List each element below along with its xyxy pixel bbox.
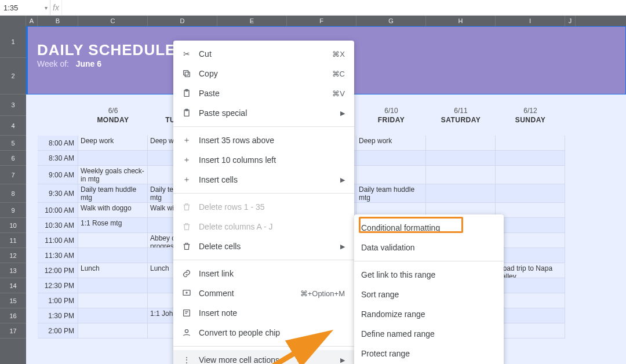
time-cell[interactable]: 1:30 PM <box>38 308 78 323</box>
row-header[interactable]: 17 <box>0 323 26 338</box>
schedule-cell[interactable]: Weekly goals check-in mtg <box>78 166 148 184</box>
submenu-data-validation[interactable]: Data validation <box>354 238 504 257</box>
menu-delete-rows[interactable]: Delete rows 1 - 35 <box>173 197 354 217</box>
schedule-cell[interactable] <box>426 151 496 166</box>
schedule-cell[interactable] <box>496 184 565 203</box>
schedule-cell[interactable] <box>496 203 565 218</box>
schedule-cell[interactable]: Deep work <box>78 136 148 151</box>
submenu-protect-range[interactable]: Protect range <box>354 344 504 363</box>
menu-insert-cells[interactable]: ＋ Insert cells ▶ <box>173 170 354 190</box>
schedule-cell[interactable] <box>496 323 565 338</box>
select-all-corner[interactable] <box>0 16 26 26</box>
time-cell[interactable]: 12:00 PM <box>38 263 78 278</box>
row-header[interactable]: 16 <box>0 308 26 323</box>
time-cell[interactable]: 9:30 AM <box>38 184 78 203</box>
row-header[interactable]: 2 <box>0 58 26 94</box>
row-header[interactable]: 5 <box>0 136 26 151</box>
schedule-cell[interactable] <box>496 233 565 248</box>
submenu-sort-range[interactable]: Sort range <box>354 285 504 304</box>
schedule-cell[interactable] <box>426 136 496 151</box>
row-header[interactable]: 10 <box>0 218 26 233</box>
row-header[interactable]: 4 <box>0 116 26 136</box>
time-cell[interactable]: 2:00 PM <box>38 323 78 338</box>
menu-paste[interactable]: Paste ⌘V <box>173 83 354 103</box>
time-cell[interactable]: 9:00 AM <box>38 166 78 184</box>
time-cell[interactable]: 10:00 AM <box>38 203 78 218</box>
col-header-h[interactable]: H <box>426 16 496 26</box>
name-box[interactable]: 1:35 <box>0 3 42 12</box>
row-header[interactable]: 1 <box>0 26 26 58</box>
time-cell[interactable]: 8:00 AM <box>38 136 78 151</box>
row-header[interactable]: 3 <box>0 94 26 116</box>
col-header-a[interactable]: A <box>26 16 38 26</box>
submenu-conditional-formatting[interactable]: Conditional formatting <box>354 218 504 238</box>
time-cell[interactable]: 12:30 PM <box>38 278 78 293</box>
schedule-cell[interactable] <box>78 323 148 338</box>
col-header-c[interactable]: C <box>78 16 148 26</box>
time-cell[interactable]: 10:30 AM <box>38 218 78 233</box>
row-header[interactable]: 12 <box>0 248 26 263</box>
menu-delete-cols[interactable]: Delete columns A - J <box>173 217 354 236</box>
col-header-j[interactable]: J <box>565 16 576 26</box>
row-header[interactable]: 13 <box>0 263 26 278</box>
schedule-cell[interactable] <box>78 308 148 323</box>
row-header[interactable]: 14 <box>0 278 26 293</box>
schedule-cell[interactable] <box>496 166 565 184</box>
schedule-cell[interactable] <box>426 166 496 184</box>
schedule-cell[interactable]: 1:1 Rose mtg <box>78 218 148 233</box>
submenu-randomize-range[interactable]: Randomize range <box>354 304 504 324</box>
schedule-cell[interactable] <box>426 184 496 203</box>
schedule-cell[interactable]: Daily team huddle mtg <box>356 184 426 203</box>
schedule-cell[interactable]: Daily team huddle mtg <box>78 184 148 203</box>
time-cell[interactable]: 11:30 AM <box>38 248 78 263</box>
menu-insert-cols[interactable]: ＋ Insert 10 columns left <box>173 150 354 170</box>
schedule-cell[interactable] <box>78 151 148 166</box>
name-box-dropdown-icon[interactable]: ▾ <box>42 5 50 11</box>
schedule-cell[interactable] <box>496 308 565 323</box>
menu-cut[interactable]: ✂ Cut ⌘X <box>173 44 354 64</box>
menu-delete-cells[interactable]: Delete cells ▶ <box>173 236 354 256</box>
col-header-e[interactable]: E <box>217 16 287 26</box>
schedule-cell[interactable] <box>356 166 426 184</box>
row-header[interactable]: 11 <box>0 233 26 248</box>
schedule-cell[interactable] <box>78 278 148 293</box>
schedule-cell[interactable] <box>496 218 565 233</box>
col-header-f[interactable]: F <box>287 16 356 26</box>
menu-insert-note[interactable]: Insert note <box>173 303 354 323</box>
col-header-g[interactable]: G <box>356 16 426 26</box>
col-header-d[interactable]: D <box>148 16 217 26</box>
time-cell[interactable]: 11:00 AM <box>38 233 78 248</box>
schedule-cell[interactable] <box>496 136 565 151</box>
schedule-cell[interactable] <box>356 151 426 166</box>
menu-insert-link[interactable]: Insert link <box>173 264 354 283</box>
time-cell[interactable]: 1:00 PM <box>38 293 78 308</box>
schedule-cell[interactable] <box>496 293 565 308</box>
col-header-i[interactable]: I <box>496 16 565 26</box>
menu-paste-special[interactable]: Paste special ▶ <box>173 103 354 123</box>
schedule-cell[interactable] <box>78 233 148 248</box>
row-header[interactable]: 8 <box>0 184 26 203</box>
submenu-get-link[interactable]: Get link to this range <box>354 265 504 285</box>
row-header[interactable]: 9 <box>0 203 26 218</box>
menu-insert-rows[interactable]: ＋ Insert 35 rows above <box>173 130 354 150</box>
schedule-cell[interactable] <box>496 278 565 293</box>
menu-view-more[interactable]: ⋮ View more cell actions ▶ <box>173 350 354 364</box>
schedule-cell[interactable]: Lunch <box>78 263 148 278</box>
schedule-cell[interactable]: Walk with doggo <box>78 203 148 218</box>
formula-input[interactable] <box>61 0 626 15</box>
menu-comment[interactable]: Comment ⌘+Option+M <box>173 283 354 303</box>
time-cell[interactable]: 8:30 AM <box>38 151 78 166</box>
schedule-cell[interactable] <box>496 151 565 166</box>
col-header-b[interactable]: B <box>38 16 78 26</box>
schedule-cell[interactable] <box>78 248 148 263</box>
row-header[interactable]: 7 <box>0 166 26 184</box>
schedule-cell[interactable]: Road trip to Napa Valley <box>496 263 565 278</box>
row-header[interactable]: 6 <box>0 151 26 166</box>
schedule-cell[interactable] <box>496 248 565 263</box>
submenu-named-range[interactable]: Define named range <box>354 324 504 344</box>
row-header[interactable]: 15 <box>0 293 26 308</box>
menu-people-chip[interactable]: Convert to people chip <box>173 323 354 343</box>
sheet-area[interactable]: DAILY SCHEDULE Week of: June 6 6/6MONDAY… <box>26 26 626 364</box>
schedule-cell[interactable] <box>78 293 148 308</box>
schedule-cell[interactable]: Deep work <box>356 136 426 151</box>
